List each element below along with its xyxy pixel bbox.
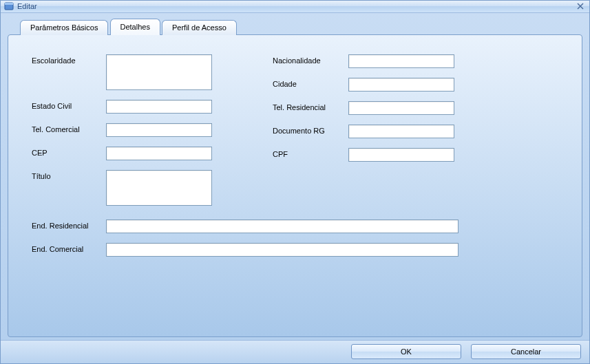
label-estado-civil: Estado Civil	[32, 100, 106, 110]
label-titulo: Título	[32, 170, 106, 180]
label-cep: CEP	[32, 147, 106, 157]
label-end-comercial: End. Comercial	[32, 243, 106, 253]
close-icon[interactable]	[574, 1, 587, 12]
cpf-field[interactable]	[348, 148, 454, 162]
titlebar: Editar	[1, 1, 589, 13]
tel-comercial-field[interactable]	[106, 123, 212, 137]
ok-button[interactable]: OK	[351, 344, 461, 359]
edit-dialog: Editar Parâmetros Básicos Detalhes Perfi…	[0, 0, 590, 364]
label-tel-residencial: Tel. Residencial	[273, 101, 348, 111]
tab-perfil-de-acesso[interactable]: Perfil de Acesso	[162, 20, 237, 35]
dialog-body: Parâmetros Básicos Detalhes Perfil de Ac…	[1, 13, 589, 340]
svg-rect-1	[5, 3, 13, 5]
nacionalidade-field[interactable]	[348, 54, 454, 68]
estado-civil-field[interactable]	[106, 100, 212, 114]
titulo-field[interactable]	[106, 170, 212, 206]
label-cpf: CPF	[273, 148, 348, 158]
cep-field[interactable]	[106, 147, 212, 160]
documento-rg-field[interactable]	[348, 125, 454, 138]
tabstrip: Parâmetros Básicos Detalhes Perfil de Ac…	[8, 19, 582, 35]
tab-detalhes[interactable]: Detalhes	[110, 19, 160, 35]
label-escolaridade: Escolaridade	[32, 54, 106, 65]
cancel-button[interactable]: Cancelar	[471, 344, 581, 359]
label-nacionalidade: Nacionalidade	[273, 54, 348, 65]
tabpanel-detalhes: Escolaridade Estado Civil Tel. Comercial	[8, 34, 582, 337]
end-residencial-field[interactable]	[106, 220, 459, 233]
cidade-field[interactable]	[348, 78, 454, 92]
tab-parametros-basicos[interactable]: Parâmetros Básicos	[20, 20, 108, 35]
escolaridade-field[interactable]	[106, 54, 212, 90]
window-title: Editar	[17, 2, 37, 10]
label-cidade: Cidade	[273, 78, 348, 88]
app-icon	[3, 1, 14, 12]
tel-residencial-field[interactable]	[348, 101, 454, 115]
label-documento-rg: Documento RG	[273, 125, 348, 135]
label-end-residencial: End. Residencial	[32, 220, 106, 230]
end-comercial-field[interactable]	[106, 243, 459, 257]
label-tel-comercial: Tel. Comercial	[32, 123, 106, 133]
dialog-footer: OK Cancelar	[1, 340, 589, 363]
